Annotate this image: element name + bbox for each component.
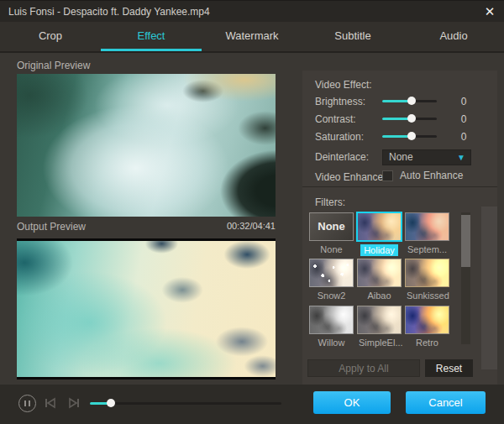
filter-thumbnail-simpleelegance[interactable] (357, 306, 402, 334)
filters-title: Filters: (315, 196, 345, 208)
filter-thumbnail-retro[interactable] (405, 306, 449, 334)
cancel-button[interactable]: Cancel (406, 391, 486, 414)
original-preview-video (17, 74, 276, 217)
panel-scroll-gutter (481, 207, 497, 369)
contrast-label: Contrast: (315, 113, 356, 125)
video-enhance-label: Video Enhance: (315, 171, 386, 183)
filter-thumbnail-aibao[interactable] (357, 259, 402, 287)
auto-enhance-checkbox-label: Auto Enhance (400, 170, 463, 181)
contrast-value: 0 (454, 113, 474, 125)
skip-start-icon (44, 395, 57, 411)
tab-audio[interactable]: Audio (403, 22, 504, 51)
panel-divider (302, 186, 497, 187)
tab-bar: Crop Effect Watermark Subtitle Audio (0, 22, 504, 53)
window-title: Luis Fonsi - Despacito ft. Daddy Yankee.… (8, 1, 210, 23)
filter-item-none[interactable]: None None (307, 212, 355, 255)
filter-item-holiday[interactable]: Holiday (355, 212, 403, 256)
output-preview-label: Output Preview (17, 221, 86, 233)
ok-button[interactable]: OK (313, 391, 391, 414)
filter-item-sunkissed[interactable]: Sunkissed (403, 259, 451, 301)
auto-enhance-checkbox[interactable] (382, 170, 393, 181)
pause-icon (24, 400, 30, 406)
brightness-label: Brightness: (315, 96, 365, 107)
footer-bar: OK Cancel (0, 385, 504, 424)
filter-item-retro[interactable]: Retro (403, 306, 451, 348)
tab-subtitle[interactable]: Subtitle (302, 22, 403, 51)
reset-button[interactable]: Reset (425, 359, 473, 377)
filter-item-snow2[interactable]: Snow2 (307, 259, 355, 301)
saturation-slider[interactable] (382, 130, 437, 142)
main-area: Original Preview Output Preview 00:32/04… (0, 53, 504, 385)
chevron-down-icon: ▼ (457, 150, 465, 165)
tab-effect[interactable]: Effect (101, 22, 202, 51)
close-icon[interactable]: ✕ (480, 1, 499, 23)
filter-thumbnail-holiday[interactable] (356, 212, 402, 242)
playback-timestamp: 00:32/04:41 (227, 221, 276, 231)
saturation-value: 0 (454, 131, 474, 143)
deinterlace-dropdown[interactable]: None ▼ (382, 149, 471, 165)
skip-end-icon (67, 395, 81, 411)
filter-thumbnail-none[interactable]: None (309, 212, 354, 241)
filter-thumbnail-snow2[interactable] (309, 259, 354, 287)
filters-scrollbar-thumb[interactable] (461, 215, 470, 267)
filter-thumbnail-september[interactable] (405, 212, 449, 241)
seek-slider-thumb[interactable] (107, 399, 115, 407)
skip-to-end-button[interactable] (67, 395, 81, 411)
video-effect-title: Video Effect: (315, 79, 372, 91)
original-preview-label: Original Preview (17, 60, 90, 71)
apply-to-all-button[interactable]: Apply to All (307, 359, 420, 377)
deinterlace-label: Deinterlace: (315, 151, 369, 163)
edit-dialog-window: Luis Fonsi - Despacito ft. Daddy Yankee.… (0, 0, 504, 424)
filter-item-aibao[interactable]: Aibao (355, 259, 403, 301)
tab-watermark[interactable]: Watermark (202, 22, 302, 51)
seek-slider[interactable] (90, 395, 281, 411)
saturation-label: Saturation: (315, 131, 364, 143)
deinterlace-selected-value: None (389, 150, 413, 165)
filter-thumbnail-sunkissed[interactable] (405, 259, 449, 287)
tab-crop[interactable]: Crop (0, 22, 101, 51)
contrast-slider[interactable] (382, 113, 437, 124)
title-bar: Luis Fonsi - Despacito ft. Daddy Yankee.… (0, 0, 504, 22)
pause-button[interactable] (18, 395, 36, 412)
skip-to-start-button[interactable] (44, 395, 57, 411)
effect-panel: Video Effect: Brightness: 0 Contrast: 0 … (302, 71, 497, 385)
filter-item-september[interactable]: Septem... (403, 212, 451, 255)
output-preview-video (17, 238, 276, 380)
filters-scrollbar[interactable] (461, 212, 470, 344)
brightness-value: 0 (454, 96, 474, 107)
filter-item-willow[interactable]: Willow (307, 306, 355, 348)
filter-item-simpleelegance[interactable]: SimpleEl... (355, 306, 403, 348)
brightness-slider[interactable] (382, 95, 437, 107)
filter-thumbnail-willow[interactable] (309, 306, 354, 334)
